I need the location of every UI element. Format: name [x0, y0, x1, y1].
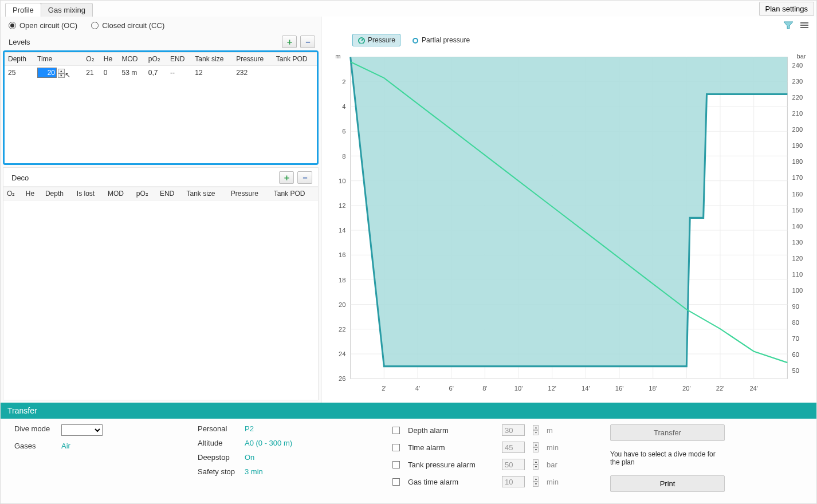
col-he[interactable]: He — [100, 53, 119, 66]
alarm-checkbox[interactable] — [392, 444, 400, 451]
svg-text:140: 140 — [792, 222, 803, 229]
gases-label: Gases — [14, 442, 56, 450]
deepstop-value[interactable]: On — [245, 453, 254, 462]
dcol-o2[interactable]: O₂ — [3, 187, 22, 200]
alarm-checkbox[interactable] — [392, 478, 400, 486]
alarm-value[interactable]: 10 — [502, 476, 525, 487]
cell-pressure[interactable]: 232 — [233, 66, 273, 80]
dcol-po2[interactable]: pO₂ — [133, 187, 156, 200]
remove-deco-button[interactable]: － — [297, 171, 312, 184]
col-end[interactable]: END — [167, 53, 191, 66]
cell-o2[interactable]: 21 — [83, 66, 100, 80]
cell-tank-pod[interactable] — [273, 66, 317, 80]
cell-time[interactable]: ▴▾ ↖ — [34, 66, 83, 80]
spinner-up-icon[interactable]: ▴ — [533, 477, 539, 482]
alarm-value[interactable]: 50 — [502, 459, 525, 470]
time-input[interactable] — [37, 68, 57, 78]
cell-tank-size[interactable]: 12 — [191, 66, 233, 80]
alarm-value[interactable]: 45 — [502, 442, 525, 453]
spinner-down-icon[interactable]: ▾ — [533, 464, 539, 470]
alarm-spinner[interactable]: ▴▾ — [533, 442, 539, 452]
add-level-button[interactable]: ＋ — [282, 36, 297, 48]
tab-profile[interactable]: Profile — [5, 3, 41, 17]
col-pressure[interactable]: Pressure — [233, 53, 273, 66]
alarm-checkbox[interactable] — [392, 427, 400, 434]
dive-mode-label: Dive mode — [14, 424, 56, 436]
svg-text:200: 200 — [792, 126, 803, 133]
svg-text:2': 2' — [382, 385, 386, 392]
col-tank-size[interactable]: Tank size — [191, 53, 233, 66]
time-spinner[interactable]: ▴▾ — [58, 69, 65, 78]
alarm-spinner[interactable]: ▴▾ — [533, 459, 539, 470]
dive-mode-select[interactable] — [61, 424, 103, 436]
spinner-down-icon[interactable]: ▾ — [533, 447, 539, 452]
plan-settings-button[interactable]: Plan settings — [759, 2, 814, 16]
svg-text:190: 190 — [792, 142, 803, 149]
spinner-up-icon[interactable]: ▴ — [58, 69, 65, 73]
levels-row[interactable]: 25 ▴▾ ↖ 21 0 53 m 0,7 -- 12 — [5, 66, 317, 80]
radio-label: Open circuit (OC) — [19, 21, 77, 30]
col-time[interactable]: Time — [34, 53, 83, 66]
alarm-checkbox[interactable] — [392, 461, 400, 468]
cell-mod[interactable]: 53 m — [119, 66, 145, 80]
gases-value[interactable]: Air — [61, 442, 70, 450]
filter-icon[interactable] — [782, 20, 795, 30]
svg-text:8: 8 — [342, 152, 345, 159]
menu-icon[interactable] — [798, 20, 811, 30]
dcol-tank-size[interactable]: Tank size — [183, 187, 227, 200]
dcol-pressure[interactable]: Pressure — [227, 187, 270, 200]
spinner-down-icon[interactable]: ▾ — [58, 73, 65, 78]
svg-marker-0 — [784, 22, 793, 29]
safety-label: Safety stop — [198, 467, 239, 476]
print-button[interactable]: Print — [610, 475, 725, 492]
deco-pm-buttons: ＋ － — [279, 171, 312, 184]
dcol-islost[interactable]: Is lost — [73, 187, 104, 200]
dcol-he[interactable]: He — [22, 187, 42, 200]
spinner-up-icon[interactable]: ▴ — [533, 425, 539, 430]
dcol-tank-pod[interactable]: Tank POD — [270, 187, 318, 200]
svg-text:6: 6 — [342, 128, 345, 135]
transfer-col-settings: PersonalP2 AltitudeA0 (0 - 300 m) Deepst… — [198, 424, 370, 492]
cell-he[interactable]: 0 — [100, 66, 119, 80]
radio-open-circuit[interactable]: Open circuit (OC) — [9, 21, 77, 30]
col-depth[interactable]: Depth — [5, 53, 34, 66]
col-tank-pod[interactable]: Tank POD — [273, 53, 317, 66]
alarm-row: Tank pressure alarm 50 ▴▾ bar — [392, 459, 587, 470]
alarm-value[interactable]: 30 — [502, 424, 525, 436]
col-o2[interactable]: O₂ — [83, 53, 100, 66]
col-mod[interactable]: MOD — [119, 53, 145, 66]
cell-end[interactable]: -- — [167, 66, 191, 80]
chart-area[interactable]: 2'4'6'8'10'12'14'16'18'20'22'24'24681012… — [327, 51, 811, 397]
alarm-spinner[interactable]: ▴▾ — [533, 477, 539, 487]
spinner-up-icon[interactable]: ▴ — [533, 459, 539, 464]
toggle-pressure[interactable]: Pressure — [352, 34, 400, 46]
main-area: Open circuit (OC) Closed circuit (CC) Le… — [1, 17, 816, 403]
spinner-up-icon[interactable]: ▴ — [533, 442, 539, 447]
add-deco-button[interactable]: ＋ — [279, 171, 294, 184]
spinner-down-icon[interactable]: ▾ — [533, 482, 539, 487]
tab-gas-mixing[interactable]: Gas mixing — [41, 3, 93, 17]
cell-depth[interactable]: 25 — [5, 66, 34, 80]
col-po2[interactable]: pO₂ — [145, 53, 167, 66]
deco-box: Deco ＋ － O₂ He Depth Is lost MOD pO₂ END — [3, 167, 319, 400]
safety-value[interactable]: 3 min — [245, 467, 263, 476]
deco-title: Deco — [11, 174, 29, 182]
transfer-note: You have to select a dive mode for the p… — [610, 450, 725, 466]
remove-level-button[interactable]: － — [300, 36, 315, 48]
dcol-end[interactable]: END — [156, 187, 183, 200]
svg-text:16': 16' — [615, 385, 624, 392]
dcol-depth[interactable]: Depth — [42, 187, 73, 200]
transfer-button[interactable]: Transfer — [610, 424, 725, 441]
svg-text:14': 14' — [582, 385, 590, 392]
levels-pm-buttons: ＋ － — [282, 36, 315, 48]
altitude-value[interactable]: A0 (0 - 300 m) — [245, 439, 292, 447]
dcol-mod[interactable]: MOD — [104, 187, 133, 200]
personal-value[interactable]: P2 — [245, 424, 254, 433]
radio-closed-circuit[interactable]: Closed circuit (CC) — [91, 21, 164, 30]
spinner-down-icon[interactable]: ▾ — [533, 430, 539, 435]
alarm-unit: min — [547, 443, 561, 452]
alarm-spinner[interactable]: ▴▾ — [533, 425, 539, 435]
dive-chart[interactable]: 2'4'6'8'10'12'14'16'18'20'22'24'24681012… — [327, 51, 811, 397]
cell-po2[interactable]: 0,7 — [145, 66, 167, 80]
toggle-partial-pressure[interactable]: Partial pressure — [406, 34, 475, 46]
